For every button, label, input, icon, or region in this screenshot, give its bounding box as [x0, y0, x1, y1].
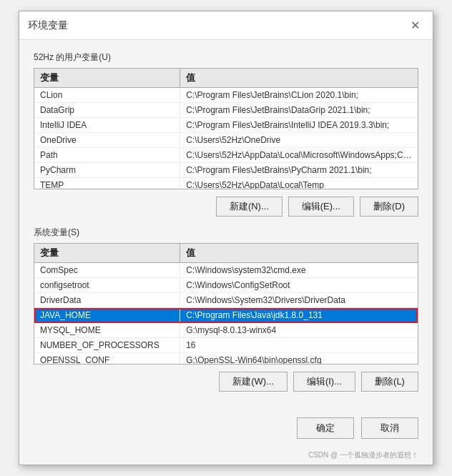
val-cell: C:\Program Files\Java\jdk1.8.0_131: [180, 308, 418, 323]
val-cell: C:\Windows\system32\cmd.exe: [180, 263, 418, 278]
val-cell: C:\Windows\System32\Drivers\DriverData: [180, 293, 418, 308]
user-col-val-header: 值: [180, 69, 418, 88]
var-cell: PyCharm: [34, 163, 180, 178]
table-row[interactable]: PyCharmC:\Program Files\JetBrains\PyChar…: [34, 163, 418, 178]
var-cell: MYSQL_HOME: [34, 323, 180, 338]
footer-row: 确定 取消: [19, 410, 433, 449]
system-variables-table-container[interactable]: 变量 值 ComSpecC:\Windows\system32\cmd.exec…: [34, 243, 418, 365]
system-variables-body: ComSpecC:\Windows\system32\cmd.execonfig…: [34, 263, 418, 365]
dialog-title: 环境变量: [28, 19, 68, 32]
system-section-label: 系统变量(S): [34, 227, 418, 239]
user-buttons-row: 新建(N)... 编辑(E)... 删除(D): [34, 197, 418, 217]
system-buttons-row: 新建(W)... 编辑(I)... 删除(L): [34, 372, 418, 392]
val-cell: C:\Program Files\JetBrains\DataGrip 2021…: [180, 103, 418, 118]
val-cell: C:\Windows\ConfigSetRoot: [180, 278, 418, 293]
val-cell: G:\OpenSSL-Win64\bin\openssl.cfg: [180, 353, 418, 365]
table-row[interactable]: MYSQL_HOMEG:\mysql-8.0.13-winx64: [34, 323, 418, 338]
user-variables-table: 变量 值 CLionC:\Program Files\JetBrains\CLi…: [34, 69, 418, 189]
var-cell: OneDrive: [34, 133, 180, 148]
var-cell: OPENSSL_CONF: [34, 353, 180, 365]
var-cell: IntelliJ IDEA: [34, 118, 180, 133]
table-row[interactable]: OPENSSL_CONFG:\OpenSSL-Win64\bin\openssl…: [34, 353, 418, 365]
var-cell: JAVA_HOME: [34, 308, 180, 323]
var-cell: DriverData: [34, 293, 180, 308]
val-cell: C:\Program Files\JetBrains\CLion 2020.1\…: [180, 88, 418, 103]
title-bar: 环境变量 ✕: [19, 11, 433, 40]
var-cell: DataGrip: [34, 103, 180, 118]
val-cell: G:\mysql-8.0.13-winx64: [180, 323, 418, 338]
val-cell: C:\Program Files\JetBrains\PyCharm 2021.…: [180, 163, 418, 178]
val-cell: C:\Users\52Hz\AppData\Local\Temp: [180, 178, 418, 190]
system-new-button[interactable]: 新建(W)...: [219, 372, 288, 392]
user-col-var-header: 变量: [34, 69, 180, 88]
val-cell: C:\Users\52Hz\AppData\Local\Microsoft\Wi…: [180, 148, 418, 163]
table-row[interactable]: JAVA_HOMEC:\Program Files\Java\jdk1.8.0_…: [34, 308, 418, 323]
var-cell: configsetroot: [34, 278, 180, 293]
table-row[interactable]: OneDriveC:\Users\52Hz\OneDrive: [34, 133, 418, 148]
watermark: CSDN @ 一个孤独漫步者的遐想！: [19, 449, 433, 465]
table-row[interactable]: configsetrootC:\Windows\ConfigSetRoot: [34, 278, 418, 293]
var-cell: NUMBER_OF_PROCESSORS: [34, 338, 180, 353]
var-cell: TEMP: [34, 178, 180, 190]
user-edit-button[interactable]: 编辑(E)...: [288, 197, 354, 217]
system-col-val-header: 值: [180, 244, 418, 263]
environment-variables-dialog: 环境变量 ✕ 52Hz 的用户变量(U) 变量 值 CLionC:\Progra…: [19, 11, 433, 465]
table-row[interactable]: ComSpecC:\Windows\system32\cmd.exe: [34, 263, 418, 278]
table-row[interactable]: DriverDataC:\Windows\System32\Drivers\Dr…: [34, 293, 418, 308]
table-row[interactable]: DataGripC:\Program Files\JetBrains\DataG…: [34, 103, 418, 118]
cancel-button[interactable]: 取消: [361, 417, 418, 439]
user-new-button[interactable]: 新建(N)...: [216, 197, 282, 217]
var-cell: ComSpec: [34, 263, 180, 278]
val-cell: 16: [180, 338, 418, 353]
table-row[interactable]: NUMBER_OF_PROCESSORS16: [34, 338, 418, 353]
table-row[interactable]: PathC:\Users\52Hz\AppData\Local\Microsof…: [34, 148, 418, 163]
system-variables-table: 变量 值 ComSpecC:\Windows\system32\cmd.exec…: [34, 244, 418, 365]
user-variables-table-container[interactable]: 变量 值 CLionC:\Program Files\JetBrains\CLi…: [34, 68, 418, 189]
user-variables-body: CLionC:\Program Files\JetBrains\CLion 20…: [34, 88, 418, 190]
table-row[interactable]: IntelliJ IDEAC:\Program Files\JetBrains\…: [34, 118, 418, 133]
system-delete-button[interactable]: 删除(L): [361, 372, 418, 392]
ok-button[interactable]: 确定: [297, 417, 354, 439]
val-cell: C:\Users\52Hz\OneDrive: [180, 133, 418, 148]
val-cell: C:\Program Files\JetBrains\IntelliJ IDEA…: [180, 118, 418, 133]
var-cell: Path: [34, 148, 180, 163]
user-section-label: 52Hz 的用户变量(U): [34, 51, 418, 64]
system-col-var-header: 变量: [34, 244, 180, 263]
user-delete-button[interactable]: 删除(D): [360, 197, 418, 217]
system-edit-button[interactable]: 编辑(I)...: [293, 372, 355, 392]
var-cell: CLion: [34, 88, 180, 103]
close-button[interactable]: ✕: [406, 17, 424, 34]
table-row[interactable]: CLionC:\Program Files\JetBrains\CLion 20…: [34, 88, 418, 103]
table-row[interactable]: TEMPC:\Users\52Hz\AppData\Local\Temp: [34, 178, 418, 190]
